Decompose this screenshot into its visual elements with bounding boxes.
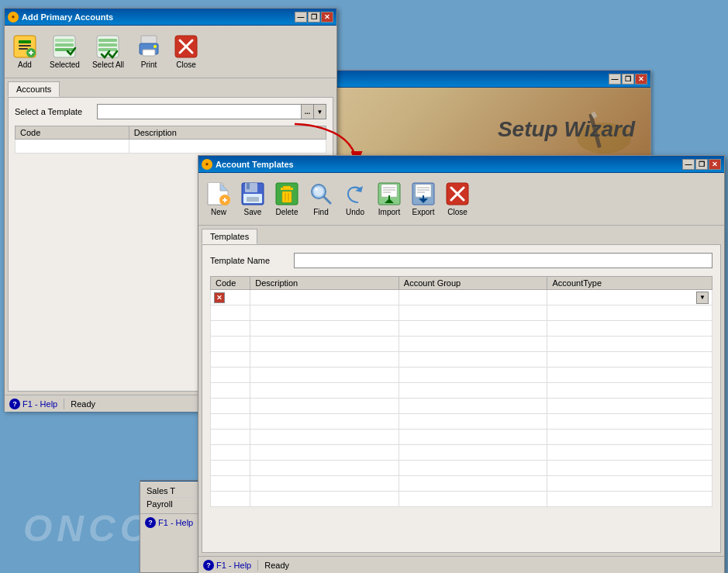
at-import-icon	[377, 181, 402, 206]
account-templates-restore-btn[interactable]: ❐	[695, 159, 708, 170]
add-accounts-titlebar: ● Add Primary Accounts — ❐ ✕	[5, 9, 336, 26]
at-find-btn-label: Find	[313, 208, 328, 216]
empty-cell	[399, 492, 547, 507]
at-find-btn[interactable]: Find	[305, 180, 336, 218]
add-accounts-restore-btn[interactable]: ❐	[308, 12, 320, 22]
empty-cell	[250, 352, 399, 368]
setup-wizard-minimize-btn[interactable]: —	[609, 74, 621, 85]
add-accounts-controls[interactable]: — ❐ ✕	[295, 12, 333, 22]
select-all-btn-label: Select All	[92, 60, 124, 69]
svg-rect-30	[224, 198, 226, 202]
empty-cell	[547, 337, 712, 352]
empty-cell	[547, 352, 712, 368]
at-save-icon	[240, 181, 265, 206]
svg-rect-16	[98, 43, 117, 47]
code-cell	[16, 140, 129, 154]
empty-cell	[250, 383, 399, 399]
templates-tab[interactable]: Templates	[202, 229, 257, 244]
at-delete-cell: ✕	[211, 290, 250, 305]
bottom-help-link[interactable]: ? F1 - Help	[145, 517, 193, 528]
at-account-type-input[interactable]	[550, 292, 696, 304]
at-help-icon: ?	[203, 560, 214, 571]
help-label: F1 - Help	[22, 399, 57, 409]
empty-cell	[250, 476, 399, 492]
select-all-btn[interactable]: Select All	[89, 33, 127, 71]
description-header: Description	[129, 126, 326, 140]
account-templates-body: Templates Template Name Code Description…	[198, 226, 724, 556]
svg-rect-38	[282, 192, 292, 202]
close-btn[interactable]: Close	[171, 33, 202, 71]
selected-icon	[52, 34, 77, 59]
empty-cell	[399, 430, 547, 445]
setup-wizard-close-btn[interactable]: ✕	[635, 74, 647, 85]
svg-marker-27	[220, 183, 228, 191]
accounts-tab[interactable]: Accounts	[8, 81, 60, 97]
description-cell	[129, 140, 326, 154]
at-account-type-dropdown[interactable]: ▼	[696, 292, 709, 304]
empty-cell	[211, 445, 250, 461]
at-delete-btn[interactable]: Delete	[271, 180, 302, 218]
add-btn[interactable]: Add	[9, 33, 40, 71]
select-template-input[interactable]	[97, 104, 302, 119]
at-undo-btn[interactable]: Undo	[340, 180, 371, 218]
empty-cell	[211, 321, 250, 337]
svg-rect-12	[55, 43, 74, 47]
at-import-btn[interactable]: Import	[374, 180, 405, 218]
add-accounts-close-btn[interactable]: ✕	[321, 12, 333, 22]
empty-cell	[211, 383, 250, 399]
account-templates-close-btn[interactable]: ✕	[709, 159, 721, 170]
at-account-group-cell	[399, 290, 547, 305]
at-delete-icon	[274, 181, 299, 206]
table-row-empty-5	[211, 368, 712, 383]
empty-cell	[250, 337, 399, 352]
at-new-btn[interactable]: New	[203, 180, 234, 218]
at-close-btn[interactable]: Close	[442, 180, 473, 218]
svg-point-45	[315, 188, 318, 191]
add-selected-btn[interactable]: Selected	[47, 33, 83, 71]
setup-wizard-controls[interactable]: — ❐ ✕	[609, 74, 647, 85]
table-row-empty-10	[211, 445, 712, 461]
add-accounts-title: Add Primary Accounts	[22, 12, 113, 22]
empty-cell	[547, 305, 712, 321]
template-name-label: Template Name	[210, 256, 288, 265]
templates-grid-body: ✕ ▼	[211, 290, 712, 507]
add-accounts-icon: ●	[8, 12, 19, 22]
table-row-empty-11	[211, 461, 712, 476]
empty-cell	[211, 305, 250, 321]
empty-cell	[547, 383, 712, 399]
at-status-ready: Ready	[264, 561, 289, 570]
setup-wizard-restore-btn[interactable]: ❐	[622, 74, 634, 85]
empty-cell	[547, 445, 712, 461]
empty-cell	[250, 414, 399, 430]
empty-cell	[211, 399, 250, 414]
add-accounts-help-link[interactable]: ? F1 - Help	[9, 399, 57, 409]
at-row-delete-btn[interactable]: ✕	[214, 292, 225, 303]
empty-cell	[211, 368, 250, 383]
at-help-link[interactable]: ? F1 - Help	[203, 560, 251, 571]
table-row-empty-3	[211, 337, 712, 352]
at-close-btn-label: Close	[447, 208, 468, 216]
template-name-input[interactable]	[294, 253, 712, 268]
empty-cell	[399, 476, 547, 492]
account-templates-minimize-btn[interactable]: —	[682, 159, 695, 170]
at-save-btn[interactable]: Save	[237, 180, 268, 218]
template-ellipsis-btn[interactable]: ...	[302, 104, 314, 119]
account-templates-controls[interactable]: — ❐ ✕	[682, 159, 721, 170]
svg-rect-4	[19, 40, 31, 43]
empty-cell	[547, 368, 712, 383]
at-export-icon	[411, 181, 436, 206]
at-description-input[interactable]	[254, 292, 395, 304]
account-templates-icon: ●	[202, 159, 212, 170]
at-account-group-input[interactable]	[402, 292, 530, 304]
add-accounts-minimize-btn[interactable]: —	[295, 12, 307, 22]
at-new-icon	[206, 181, 231, 206]
template-dropdown-btn[interactable]: ▼	[314, 104, 326, 119]
select-template-label: Select a Template	[15, 107, 92, 116]
templates-grid-container: Code Description Account Group AccountTy…	[210, 276, 712, 544]
print-btn[interactable]: Print	[133, 33, 164, 71]
empty-cell	[399, 383, 547, 399]
empty-cell	[211, 476, 250, 492]
at-close-icon	[445, 181, 470, 206]
at-account-group-header: Account Group	[399, 277, 547, 290]
at-export-btn[interactable]: Export	[408, 180, 439, 218]
